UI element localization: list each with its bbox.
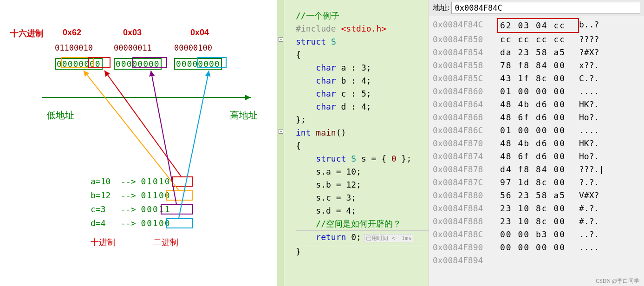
memory-ascii: Ho?. (579, 150, 599, 163)
memory-hex: da 23 58 a5 (500, 46, 579, 59)
memory-addr: 0x0084F850 (433, 33, 500, 46)
code-include: #include (296, 24, 341, 33)
memory-addr: 0x0084F870 (433, 137, 500, 150)
memory-row[interactable]: 0x0084F84C62 03 04 ccb..? (429, 18, 644, 33)
memory-row[interactable]: 0x0084F86C01 00 00 00.... (429, 124, 644, 137)
memory-addr: 0x0084F884 (433, 202, 500, 215)
memory-ascii: ..?. (579, 228, 599, 241)
fold-icon[interactable]: − (279, 129, 283, 134)
code-editor: − − //一个例子 #include <stdio.h> struct S {… (277, 0, 429, 286)
memory-ascii: V#X? (579, 189, 599, 202)
stmt-sa: s.a = 10; (316, 167, 361, 176)
memory-rows: 0x0084F84C62 03 04 ccb..?0x0084F850cc cc… (429, 16, 644, 269)
kw-char: char (316, 63, 336, 72)
perf-hint: 已用时间 <= 1ms (364, 234, 414, 242)
memory-hex: 78 f8 84 00 (500, 59, 579, 72)
memory-ascii: HK?. (579, 137, 599, 150)
memory-hex: 01 00 00 00 (500, 85, 579, 98)
kw-char: char (316, 89, 336, 98)
memory-row[interactable]: 0x0084F85878 f8 84 00x??. (429, 59, 644, 72)
address-input[interactable]: 0x0084F84C (451, 2, 640, 14)
memory-ascii: ?.?. (579, 176, 599, 189)
memory-hex: 62 03 04 cc (497, 18, 579, 33)
memory-ascii: .... (579, 241, 599, 254)
memory-ascii: ?#X? (579, 46, 599, 59)
memory-row[interactable]: 0x0084F86848 6f d6 00Ho?. (429, 111, 644, 124)
kw-char: char (316, 102, 336, 111)
memory-hex: 23 10 8c 00 (500, 215, 579, 228)
stmt-sc: s.c = 3; (316, 193, 356, 202)
kw-int: int (296, 128, 311, 137)
memory-row[interactable]: 0x0084F894 (429, 254, 644, 267)
memory-row[interactable]: 0x0084F88C00 00 b3 00..?. (429, 228, 644, 241)
svg-line-4 (151, 71, 176, 204)
memory-addr: 0x0084F84C (433, 18, 500, 33)
memory-addr: 0x0084F894 (433, 254, 500, 267)
watermark: CSDN @李白同学 (596, 277, 639, 285)
memory-addr: 0x0084F858 (433, 59, 500, 72)
code-comment-2: //空间是如何开辟的？ (316, 219, 401, 228)
code-comment: //一个例子 (296, 11, 339, 20)
svg-line-5 (179, 71, 209, 218)
memory-hex: 48 4b d6 00 (500, 137, 579, 150)
address-bar: 地址: 0x0084F84C (429, 0, 644, 16)
memory-addr: 0x0084F888 (433, 215, 500, 228)
fn-main: main (316, 128, 336, 137)
memory-row[interactable]: 0x0084F88823 10 8c 00#.?. (429, 215, 644, 228)
memory-view: 地址: 0x0084F84C 0x0084F84C62 03 04 ccb..?… (429, 0, 644, 286)
memory-ascii: ???.| (579, 163, 604, 176)
field-d: d : 4; (341, 102, 371, 111)
kw-char: char (316, 76, 336, 85)
memory-ascii: b..? (579, 18, 599, 33)
bin-caption: 二进制 (153, 237, 178, 248)
memory-row[interactable]: 0x0084F89000 00 00 00.... (429, 241, 644, 254)
memory-addr: 0x0084F880 (433, 189, 500, 202)
field-b: b : 4; (341, 76, 371, 85)
memory-hex: 00 00 00 00 (500, 241, 579, 254)
memory-ascii: Ho?. (579, 111, 599, 124)
mapping-arrows (0, 0, 277, 286)
memory-addr: 0x0084F868 (433, 111, 500, 124)
memory-ascii: .... (579, 124, 599, 137)
memory-row[interactable]: 0x0084F878d4 f8 84 00???.| (429, 163, 644, 176)
memory-row[interactable]: 0x0084F88056 23 58 a5V#X? (429, 189, 644, 202)
memory-addr: 0x0084F88C (433, 228, 500, 241)
code-include-header: <stdio.h> (341, 24, 387, 33)
memory-row[interactable]: 0x0084F854da 23 58 a5?#X? (429, 46, 644, 59)
memory-hex: 48 6f d6 00 (500, 150, 579, 163)
field-a: a : 3; (341, 63, 371, 72)
field-c: c : 5; (341, 89, 371, 98)
memory-row[interactable]: 0x0084F87448 6f d6 00Ho?. (429, 150, 644, 163)
memory-hex: d4 f8 84 00 (500, 163, 579, 176)
memory-row[interactable]: 0x0084F85C43 1f 8c 00C.?. (429, 72, 644, 85)
memory-hex: 01 00 00 00 (500, 124, 579, 137)
memory-row[interactable]: 0x0084F88423 10 8c 00#.?. (429, 202, 644, 215)
memory-hex: 00 00 b3 00 (500, 228, 579, 241)
memory-hex: 23 10 8c 00 (500, 202, 579, 215)
memory-ascii: #.?. (579, 215, 599, 228)
memory-hex: 97 1d 8c 00 (500, 176, 579, 189)
svg-line-3 (84, 71, 179, 190)
memory-hex: 56 23 58 a5 (500, 189, 579, 202)
memory-ascii: #.?. (579, 202, 599, 215)
memory-addr: 0x0084F890 (433, 241, 500, 254)
memory-hex: 43 1f 8c 00 (500, 72, 579, 85)
svg-line-2 (104, 71, 181, 176)
stmt-sb: s.b = 12; (316, 180, 361, 189)
memory-row[interactable]: 0x0084F86001 00 00 00.... (429, 85, 644, 98)
memory-addr: 0x0084F87C (433, 176, 500, 189)
memory-ascii: C.?. (579, 72, 599, 85)
memory-addr: 0x0084F85C (433, 72, 500, 85)
memory-addr: 0x0084F864 (433, 98, 500, 111)
memory-row[interactable]: 0x0084F87C97 1d 8c 00?.?. (429, 176, 644, 189)
memory-addr: 0x0084F854 (433, 46, 500, 59)
memory-row[interactable]: 0x0084F87048 4b d6 00HK?. (429, 137, 644, 150)
memory-hex: 48 6f d6 00 (500, 111, 579, 124)
memory-row[interactable]: 0x0084F850cc cc cc cc???? (429, 33, 644, 46)
kw-struct: struct (296, 37, 326, 46)
memory-ascii: HK?. (579, 98, 599, 111)
fold-icon[interactable]: − (279, 37, 283, 42)
memory-row[interactable]: 0x0084F86448 4b d6 00HK?. (429, 98, 644, 111)
memory-hex (500, 254, 579, 267)
kw-return: return (316, 232, 346, 242)
